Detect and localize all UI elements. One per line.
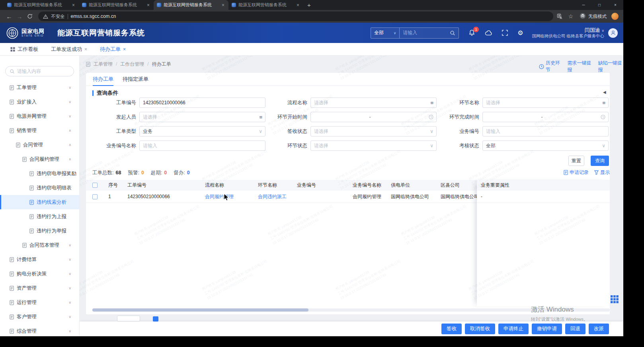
select-all-checkbox[interactable]	[92, 183, 98, 188]
row-checkbox[interactable]	[92, 194, 98, 199]
cloud-icon[interactable]	[485, 30, 492, 36]
ws-tab-todo-orders[interactable]: 待办工单 ×	[100, 46, 126, 53]
doc-icon	[29, 214, 34, 219]
step-status-select[interactable]: 请选择 ∨	[310, 140, 437, 151]
sidebar-item-violation-clue-analysis[interactable]: 违约线索分析	[0, 195, 79, 209]
list-icon: ≡	[602, 100, 605, 106]
apply-records-link[interactable]: 申请记录	[564, 169, 589, 176]
sidebar-item-grid-connection[interactable]: 电源并网管理∨	[0, 109, 79, 123]
reassign-button[interactable]: 改派	[589, 324, 609, 334]
scrollbar-thumb[interactable]	[92, 308, 308, 312]
bookmark-star-icon[interactable]: ☆	[566, 13, 576, 19]
order-no-input[interactable]	[139, 97, 265, 108]
window-close-button[interactable]: ×	[607, 0, 623, 10]
sidebar-search-input[interactable]	[17, 68, 70, 74]
new-tab-button[interactable]: +	[307, 0, 311, 10]
breadcrumb-item[interactable]: 工单管理	[94, 61, 113, 68]
sidebar-item-operation-mgmt[interactable]: 运行管理∨	[0, 295, 79, 310]
translate-icon[interactable]	[555, 14, 564, 19]
display-filter-link[interactable]: 显示	[594, 169, 610, 176]
process-name-link[interactable]: 合同履约管理	[205, 193, 258, 200]
gear-icon[interactable]: ⚙	[517, 30, 523, 36]
reset-button[interactable]: 重置	[568, 156, 584, 166]
tab-pending-dispatch[interactable]: 待指定派单	[123, 73, 148, 86]
sidebar-item-billing-settlement[interactable]: 计费结算∨	[0, 252, 79, 267]
sidebar-item-purchase-analysis[interactable]: 购电分析决策∨	[0, 267, 79, 281]
close-icon[interactable]: ×	[123, 47, 126, 52]
step-name-link[interactable]: 合同违约派工	[258, 193, 297, 200]
sign-status-select[interactable]: 请选择 ∨	[310, 126, 437, 136]
step-end-time-input[interactable]: -	[482, 112, 609, 122]
history-steps-link[interactable]: 历史环节	[539, 60, 562, 73]
floating-grid-icon[interactable]	[611, 295, 619, 303]
search-button[interactable]: 查询	[591, 156, 609, 166]
user-info[interactable]: 闫国迪 ∨ 国网临猗供电公司 临猗县客户服务中心	[532, 27, 604, 39]
collapse-panel-icon[interactable]: ◀	[603, 90, 606, 94]
sidebar-item-asset-mgmt[interactable]: 资产管理∨	[0, 281, 79, 295]
search-scope-select[interactable]: 全部 ∨	[371, 27, 399, 39]
tab-todo-orders[interactable]: 待办工单	[93, 73, 113, 86]
clock-icon	[539, 64, 544, 69]
tab-close-icon[interactable]: ×	[146, 2, 150, 8]
tab-close-icon[interactable]: ×	[71, 2, 76, 8]
step-start-time-input[interactable]: -	[310, 112, 437, 122]
browser-tab-active[interactable]: 能源互联网营销服务系统 ×	[154, 0, 228, 10]
defect-one-click-report-link[interactable]: 缺陷一键提报	[598, 60, 623, 73]
page-size-select[interactable]	[117, 316, 140, 322]
sidebar-item-order-mgmt[interactable]: 工单管理∨	[0, 80, 79, 95]
stat-warning-value: 0	[141, 170, 144, 175]
browser-profile-avatar[interactable]	[611, 13, 619, 20]
omnibox[interactable]: 不安全 emss.sx.sgcc.com.cn	[38, 12, 553, 21]
search-icon[interactable]	[450, 30, 455, 36]
fullscreen-icon[interactable]	[502, 30, 508, 36]
sign-button[interactable]: 签收	[441, 324, 462, 334]
sidebar-item-contract-mgmt[interactable]: 合同管理∧	[0, 138, 79, 152]
demand-one-click-report-link[interactable]: 需求一键提报	[567, 60, 592, 73]
tab-close-icon[interactable]: ×	[296, 2, 300, 8]
sidebar-item-theft-detail-table[interactable]: 违约窃电明细表	[0, 181, 79, 195]
sidebar-item-violation-report[interactable]: 违约行为举报	[0, 224, 79, 238]
sidebar-item-contract-performance[interactable]: 合同履约管理∧	[0, 152, 79, 166]
cancel-sign-button[interactable]: 取消签收	[465, 324, 495, 334]
biz-name-input[interactable]	[139, 140, 265, 151]
cell-supply-unit: 国网临猗供电公司	[391, 193, 441, 200]
sidebar-item-sales-mgmt[interactable]: 销售管理∧	[0, 123, 79, 138]
reload-button[interactable]	[25, 12, 35, 21]
security-label[interactable]: 不安全	[51, 14, 65, 19]
window-minimize-button[interactable]: ─	[576, 0, 591, 10]
global-search-input[interactable]: 请输入	[399, 27, 459, 39]
sidebar-item-contract-template-mgmt[interactable]: 合同范本管理∨	[0, 238, 79, 252]
sidebar-item-theft-report-reward[interactable]: 违约窃电举报奖励	[0, 166, 79, 181]
step-name-select[interactable]: 请选择 ≡	[482, 97, 609, 108]
sidebar-item-label: 资产管理	[17, 285, 37, 292]
sidebar-search[interactable]	[5, 66, 74, 76]
sidebar-item-violation-report-up[interactable]: 违约行为上报	[0, 209, 79, 224]
breadcrumb-item[interactable]: 工作台管理	[120, 61, 144, 68]
process-name-select[interactable]: 请选择 ≡	[310, 97, 437, 108]
ws-tab-workboard[interactable]: 工作看板	[10, 46, 38, 53]
rollback-button[interactable]: 回退	[565, 324, 585, 334]
browser-tab[interactable]: 能源互联网营销服务系统 ×	[4, 0, 79, 10]
pagination-button[interactable]	[153, 316, 158, 322]
tab-close-icon[interactable]: ×	[221, 2, 225, 8]
window-maximize-button[interactable]: □	[591, 0, 607, 10]
forward-button[interactable]: →	[14, 12, 25, 21]
url-text[interactable]: emss.sx.sgcc.com.cn	[71, 14, 116, 19]
record-links: 申请记录 显示	[564, 169, 610, 176]
revoke-apply-button[interactable]: 撤销申请	[532, 324, 562, 334]
ws-tab-order-sent[interactable]: 工单发送成功 ×	[51, 46, 87, 53]
order-type-select[interactable]: 业务 ∨	[139, 126, 265, 136]
close-icon[interactable]: ×	[84, 47, 87, 52]
initiator-select[interactable]: 请选择 ≡	[139, 112, 265, 122]
notification-bell-icon[interactable]: 1	[468, 29, 475, 36]
sidebar-item-comprehensive-mgmt[interactable]: 综合管理∨	[0, 324, 79, 336]
user-avatar[interactable]	[608, 28, 618, 38]
biz-no-input[interactable]	[482, 126, 609, 136]
back-button[interactable]: ←	[4, 12, 14, 21]
assess-status-select[interactable]: 全部 ∨	[482, 140, 609, 151]
browser-tab[interactable]: 能源互联网营销服务系统 ×	[79, 0, 154, 10]
sidebar-item-customer-mgmt[interactable]: 客户管理∨	[0, 310, 79, 324]
sidebar-item-expansion-access[interactable]: 业扩接入∨	[0, 95, 79, 109]
browser-tab[interactable]: 能源互联网营销服务系统 ×	[228, 0, 303, 10]
apply-terminate-button[interactable]: 申请终止	[498, 324, 529, 334]
